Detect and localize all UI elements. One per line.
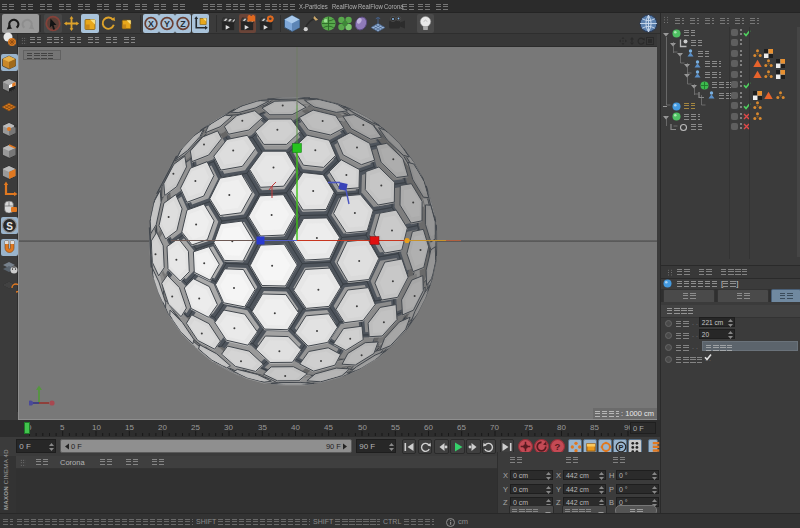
svg-text:Y: Y: [164, 19, 170, 29]
svg-text:X: X: [148, 19, 154, 29]
svg-text:?: ?: [555, 441, 561, 452]
svg-text:Z: Z: [180, 19, 186, 29]
svg-text:P: P: [619, 443, 624, 452]
svg-text:S: S: [6, 221, 13, 232]
